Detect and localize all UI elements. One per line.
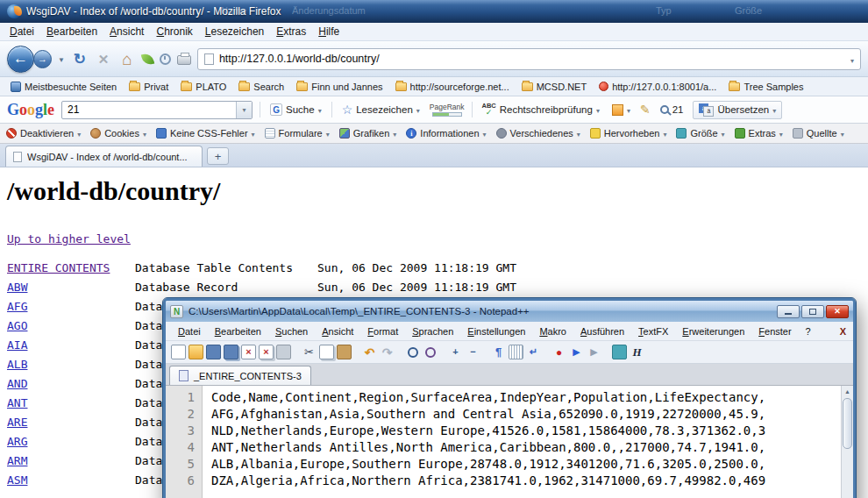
webdev-formulare[interactable]: Formulare — [265, 128, 330, 139]
npp-menu-makro[interactable]: Makro — [532, 324, 573, 339]
webdev-grafiken[interactable]: Grafiken — [339, 128, 397, 139]
up-to-higher-level-link[interactable]: Up to higher level — [7, 232, 131, 245]
zoom-out-icon[interactable]: − — [466, 345, 480, 359]
line-text[interactable]: DZA,Algeria,Africa,Northern Africa,23817… — [203, 473, 765, 489]
maximize-button[interactable] — [801, 305, 824, 318]
print-icon[interactable] — [276, 345, 291, 359]
open-file-icon[interactable] — [189, 345, 203, 359]
entry-link[interactable]: AIA — [7, 338, 135, 352]
sidewiki-button[interactable] — [609, 103, 633, 117]
new-file-icon[interactable] — [171, 345, 186, 359]
find-icon[interactable] — [405, 345, 420, 359]
webdev-css[interactable]: Keine CSS-Fehler — [156, 128, 255, 139]
menu-bearbeiten[interactable]: Bearbeiten — [40, 24, 103, 39]
npp-menu-ausfuehren[interactable]: Ausführen — [573, 324, 631, 339]
pencil-icon[interactable]: ✎ — [640, 103, 651, 116]
notepad-titlebar[interactable]: N C:\Users\Martin\AppData\Local\Temp\_EN… — [166, 301, 853, 322]
google-search-input[interactable] — [68, 103, 236, 116]
history-dropdown-icon[interactable]: ▼ — [58, 54, 65, 64]
notepad-editor[interactable]: 1 Code,Name,Continent,Region,SurfaceArea… — [166, 386, 853, 498]
npp-menu-erweiterungen[interactable]: Erweiterungen — [675, 324, 751, 339]
pagerank-indicator[interactable]: PageRank — [430, 103, 465, 117]
webdev-deaktivieren[interactable]: Deaktivieren — [6, 128, 81, 139]
npp-menu-textfx[interactable]: TextFX — [631, 324, 675, 339]
webdev-quelltext[interactable]: Quellte — [793, 128, 844, 139]
google-search-dropdown-icon[interactable] — [236, 102, 252, 118]
bookmark-privat[interactable]: Privat — [124, 80, 174, 94]
firefox-titlebar[interactable]: WsgiDAV - Index of /world-db/country/ - … — [0, 0, 868, 23]
doc-monitor-icon[interactable] — [612, 345, 627, 359]
menu-hilfe[interactable]: Hilfe — [312, 24, 345, 39]
menu-lesezeichen[interactable]: Lesezeichen — [199, 24, 270, 39]
line-text[interactable]: ANT,Netherlands Antilles,North America,C… — [203, 439, 765, 456]
replace-icon[interactable] — [423, 345, 438, 359]
entry-link[interactable]: ARG — [7, 435, 135, 448]
scrollbar-thumb[interactable] — [843, 398, 852, 449]
entry-link[interactable]: ASM — [7, 473, 135, 487]
bookmark-localhost-8001[interactable]: http://127.0.0.1:8001/a... — [594, 80, 722, 94]
entry-link[interactable]: ANT — [7, 396, 135, 409]
history-clock-icon[interactable] — [160, 53, 171, 65]
hex-edit-icon[interactable] — [630, 345, 644, 359]
close-document-x[interactable]: X — [840, 326, 846, 337]
home-icon[interactable]: ⌂ — [118, 51, 136, 68]
new-tab-button[interactable]: + — [207, 147, 229, 165]
line-text[interactable]: Code,Name,Continent,Region,SurfaceArea,I… — [203, 389, 765, 406]
record-macro-icon[interactable] — [551, 345, 566, 359]
menu-ansicht[interactable]: Ansicht — [103, 24, 150, 39]
entry-link[interactable]: ARE — [7, 416, 135, 429]
close-all-icon[interactable]: × — [259, 345, 274, 359]
line-text[interactable]: ALB,Albania,Europe,Southern Europe,28748… — [203, 456, 765, 473]
save-all-icon[interactable] — [224, 345, 238, 359]
minimize-button[interactable] — [777, 305, 800, 318]
entry-link[interactable]: AFG — [7, 300, 135, 313]
npp-menu-sprachen[interactable]: Sprachen — [405, 324, 460, 339]
npp-menu-help[interactable]: ? — [799, 324, 818, 339]
back-button[interactable]: ← — [7, 46, 34, 73]
bookmark-tree-samples[interactable]: Tree Samples — [723, 80, 808, 94]
copy-icon[interactable] — [319, 345, 334, 359]
print-icon[interactable] — [177, 55, 191, 65]
npp-menu-einstellungen[interactable]: Einstellungen — [460, 324, 532, 339]
menu-extras[interactable]: Extras — [270, 24, 312, 39]
stop-icon[interactable]: ✕ — [95, 53, 112, 66]
translate-button[interactable]: Übersetzen — [693, 101, 782, 119]
editor-scrollbar[interactable]: ▲ — [841, 386, 853, 498]
webdev-informationen[interactable]: iInformationen — [406, 128, 486, 139]
entry-link[interactable]: AGO — [7, 319, 135, 332]
webdev-extras[interactable]: Extras — [735, 128, 783, 139]
indent-guide-icon[interactable] — [509, 345, 523, 359]
bookmark-mcsd[interactable]: MCSD.NET — [516, 80, 592, 94]
forward-button[interactable]: → — [33, 50, 52, 68]
npp-menu-ansicht[interactable]: Ansicht — [315, 324, 360, 339]
url-input[interactable] — [219, 53, 845, 65]
npp-menu-format[interactable]: Format — [360, 324, 405, 339]
npp-menu-fenster[interactable]: Fenster — [751, 324, 798, 339]
play-macro-icon[interactable] — [569, 345, 584, 359]
npp-menu-datei[interactable]: Datei — [171, 324, 208, 339]
entry-link[interactable]: ABW — [7, 281, 135, 294]
bookmark-most-visited[interactable]: Meistbesuchte Seiten — [5, 80, 122, 94]
line-text[interactable]: NLD,Netherlands,Europe,Western Europe,41… — [203, 423, 765, 439]
close-button[interactable] — [826, 305, 849, 318]
paste-icon[interactable] — [337, 345, 352, 359]
word-wrap-icon[interactable] — [526, 345, 541, 359]
document-tab[interactable]: _ENTIRE_CONTENTS-3 — [169, 366, 311, 385]
bookmark-finn-und-jannes[interactable]: Finn und Jannes — [291, 80, 388, 94]
bookmark-sourceforge[interactable]: http://sourceforge.net... — [390, 80, 515, 94]
undo-icon[interactable] — [362, 345, 377, 359]
greasemonkey-icon[interactable] — [141, 52, 154, 65]
entry-link[interactable]: ALB — [7, 358, 135, 371]
webdev-groesse[interactable]: Größe — [676, 128, 724, 139]
scroll-up-icon[interactable]: ▲ — [842, 386, 853, 396]
bookmark-search[interactable]: Search — [233, 80, 289, 94]
redo-icon[interactable] — [380, 345, 395, 359]
close-file-icon[interactable]: × — [241, 345, 256, 359]
bookmark-plato[interactable]: PLATO — [175, 80, 231, 94]
npp-menu-suchen[interactable]: Suchen — [268, 324, 315, 339]
menu-datei[interactable]: Datei — [4, 24, 40, 39]
webdev-hervorheben[interactable]: Hervorheben — [590, 128, 667, 139]
urlbar-dropdown-icon[interactable] — [850, 51, 854, 67]
highlight-count[interactable]: 21 — [658, 103, 687, 117]
save-icon[interactable] — [206, 345, 221, 359]
